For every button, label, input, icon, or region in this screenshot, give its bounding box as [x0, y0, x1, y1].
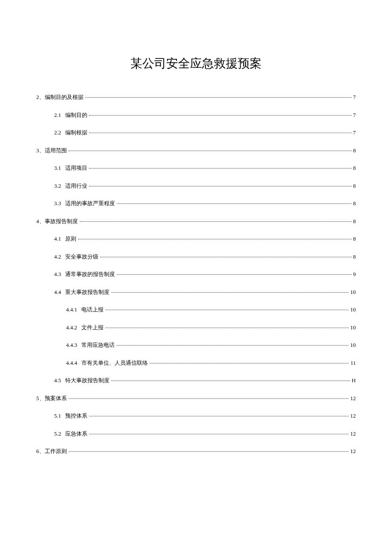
toc-entry: 4.1原则8 [36, 235, 356, 243]
toc-number: 5.1 [54, 412, 61, 420]
toc-page-number: 8 [353, 164, 356, 172]
toc-entry: 2、编制目的及根据7 [36, 93, 356, 102]
toc-leader-dots [117, 203, 351, 204]
toc-leader-dots [69, 398, 349, 399]
toc-entry: 3、适用范围8 [36, 146, 356, 155]
toc-number: 3.1 [54, 164, 61, 172]
toc-number: 4.4.4 [66, 359, 77, 367]
toc-page-number: 7 [353, 93, 356, 102]
toc-number: 4.1 [54, 235, 61, 243]
toc-number: 2.2 [54, 128, 61, 137]
toc-leader-dots [111, 292, 349, 293]
toc-page-number: 12 [350, 412, 356, 420]
toc-page-number: 10 [350, 341, 356, 349]
toc-leader-dots [105, 328, 349, 328]
toc-text: 常用应急电话 [81, 341, 115, 349]
toc-entry: 3.2适用行业8 [36, 182, 356, 190]
toc-page-number: 12 [350, 430, 356, 438]
toc-leader-dots [105, 310, 349, 310]
toc-page-number: 8 [353, 235, 356, 243]
toc-label: 5、预案体系 [36, 394, 67, 403]
toc-page-number: 8 [353, 199, 356, 208]
toc-text: 适用行业 [65, 182, 87, 190]
toc-label: 4.1原则 [54, 235, 76, 243]
toc-label: 2.2编制根据 [54, 128, 87, 137]
toc-leader-dots [89, 133, 351, 133]
toc-page-number: 12 [350, 447, 356, 456]
toc-label: 4、事故报告制度 [36, 217, 78, 226]
toc-heading-text: 3、适用范围 [36, 147, 67, 154]
toc-page-number: 8 [353, 253, 356, 261]
toc-text: 编制根据 [65, 128, 87, 137]
toc-page-number: 10 [350, 323, 356, 332]
toc-entry: 5.1预控体系12 [36, 412, 356, 420]
toc-entry: 5.2应急体系12 [36, 430, 356, 438]
table-of-contents: 2、编制目的及根据72.1编制目的72.2编制根据73、适用范围83.1适用项目… [36, 93, 356, 456]
toc-page-number: 8 [353, 182, 356, 190]
toc-leader-dots [89, 416, 349, 416]
toc-label: 5.2应急体系 [54, 430, 87, 438]
toc-entry: 4.2安全事故分级8 [36, 253, 356, 261]
toc-text: 特大事故报告制度 [65, 376, 110, 385]
toc-label: 3.2适用行业 [54, 182, 87, 190]
toc-label: 4.4.3常用应急电话 [66, 341, 115, 349]
toc-text: 安全事故分级 [65, 253, 98, 261]
toc-label: 6、工作原则 [36, 447, 67, 456]
toc-number: 4.4.1 [66, 305, 77, 314]
toc-label: 3、适用范围 [36, 146, 67, 155]
toc-text: 电话上报 [81, 305, 104, 314]
toc-label: 4.4重大事故报告制度 [54, 288, 110, 296]
toc-entry: 2.2编制根据7 [36, 128, 356, 137]
toc-page-number: 7 [353, 128, 356, 137]
toc-leader-dots [117, 274, 351, 275]
toc-entry: 2.1编制目的7 [36, 111, 356, 119]
toc-leader-dots [85, 97, 352, 98]
toc-text: 市有关单位、人员通信联络 [81, 359, 148, 367]
toc-page-number: 7 [353, 111, 356, 119]
toc-label: 4.3通常事故的报告制度 [54, 270, 115, 279]
toc-leader-dots [89, 434, 349, 434]
toc-label: 3.3适用的事故严重程度 [54, 199, 115, 208]
toc-heading-text: 4、事故报告制度 [36, 218, 78, 224]
toc-page-number: H [352, 376, 356, 385]
toc-number: 4.5 [54, 376, 61, 385]
toc-label: 4.4.4市有关单位、人员通信联络 [66, 359, 148, 367]
toc-number: 4.4.3 [66, 341, 77, 349]
toc-label: 5.1预控体系 [54, 412, 87, 420]
toc-label: 2.1编制目的 [54, 111, 87, 119]
toc-entry: 4.4.3常用应急电话10 [36, 341, 356, 349]
toc-leader-dots [78, 239, 351, 239]
toc-entry: 4、事故报告制度8 [36, 217, 356, 226]
toc-heading-text: 6、工作原则 [36, 448, 67, 454]
toc-entry: 4.4.4市有关单位、人员通信联络11 [36, 359, 356, 367]
toc-leader-dots [69, 151, 352, 151]
toc-page-number: 12 [350, 394, 356, 403]
toc-label: 2、编制目的及根据 [36, 93, 84, 102]
toc-entry: 6、工作原则12 [36, 447, 356, 456]
toc-number: 4.4.2 [66, 323, 77, 332]
toc-page-number: 9 [353, 270, 356, 279]
toc-entry: 4.4.1电话上报10 [36, 305, 356, 314]
toc-page-number: 11 [350, 359, 356, 367]
toc-leader-dots [89, 168, 351, 169]
toc-number: 4.3 [54, 270, 61, 279]
toc-number: 3.3 [54, 199, 61, 208]
toc-leader-dots [111, 381, 350, 381]
toc-number: 5.2 [54, 430, 61, 438]
toc-label: 4.4.2文件上报 [66, 323, 104, 332]
toc-number: 2.1 [54, 111, 61, 119]
toc-leader-dots [80, 221, 352, 222]
toc-leader-dots [100, 257, 351, 257]
toc-text: 原则 [65, 235, 76, 243]
toc-label: 4.5特大事故报告制度 [54, 376, 110, 385]
toc-entry: 3.1适用项目8 [36, 164, 356, 172]
toc-text: 预控体系 [65, 412, 87, 420]
toc-entry: 4.4重大事故报告制度10 [36, 288, 356, 296]
toc-text: 应急体系 [65, 430, 87, 438]
toc-page-number: 8 [353, 217, 356, 226]
toc-text: 编制目的 [65, 111, 87, 119]
toc-page-number: 10 [350, 305, 356, 314]
toc-label: 4.4.1电话上报 [66, 305, 104, 314]
toc-label: 3.1适用项目 [54, 164, 87, 172]
toc-entry: 4.3通常事故的报告制度9 [36, 270, 356, 279]
